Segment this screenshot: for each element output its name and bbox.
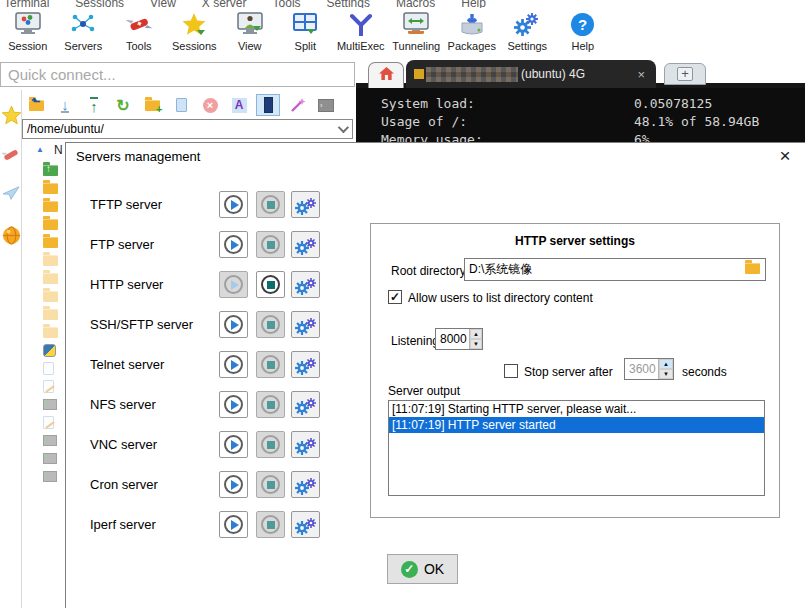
up-folder-icon[interactable]: ⬑ xyxy=(24,94,48,116)
tree-item-term-file[interactable] xyxy=(22,395,65,413)
stop-server-button[interactable] xyxy=(256,471,285,498)
start-server-button[interactable] xyxy=(219,231,248,258)
start-server-button[interactable] xyxy=(219,471,248,498)
server-settings-button[interactable] xyxy=(291,311,320,338)
toolbar-button-multiexec[interactable]: MultiExec xyxy=(333,9,389,59)
dialog-close-icon[interactable]: × xyxy=(772,144,798,168)
toolbar-button-help[interactable]: ?Help xyxy=(555,9,611,59)
start-server-button[interactable] xyxy=(219,311,248,338)
tree-item-term-file[interactable] xyxy=(22,431,65,449)
toolbar-button-servers[interactable]: Servers xyxy=(56,9,112,59)
spin-up-icon[interactable]: ▲ xyxy=(659,359,673,369)
tree-item-folder[interactable] xyxy=(22,197,65,215)
paper-plane-icon[interactable] xyxy=(0,176,22,210)
spin-down-icon[interactable]: ▼ xyxy=(470,339,482,349)
sftp-path-combobox[interactable]: /home/ubuntu/ xyxy=(22,119,353,139)
tree-item-folder-faded[interactable] xyxy=(22,251,65,269)
menu-item-settings[interactable]: Settings xyxy=(327,0,370,8)
toolbar-button-settings[interactable]: Settings xyxy=(500,9,556,59)
terminal-output[interactable]: System load:0.05078125Usage of /:48.1% o… xyxy=(356,88,805,142)
wand-icon[interactable] xyxy=(285,94,309,116)
new-file-icon[interactable] xyxy=(169,94,193,116)
toolbar-button-view[interactable]: View xyxy=(222,9,278,59)
tree-item-term-file[interactable] xyxy=(22,449,65,467)
tree-item-term-file[interactable] xyxy=(22,467,65,485)
refresh-icon[interactable]: ↻ xyxy=(111,94,135,116)
toolbar-button-tools[interactable]: Tools xyxy=(111,9,167,59)
stop-after-checkbox[interactable] xyxy=(504,364,518,378)
menu-item-help[interactable]: Help xyxy=(461,0,486,8)
menu-item-tools[interactable]: Tools xyxy=(273,0,301,8)
active-session-tab[interactable]: (ubuntu) 4G × xyxy=(406,60,656,88)
allow-listing-checkbox[interactable]: ✓ xyxy=(388,290,402,304)
menu-item-x-server[interactable]: X server xyxy=(202,0,247,8)
tree-item-folder[interactable] xyxy=(22,233,65,251)
root-directory-input[interactable] xyxy=(464,258,766,281)
start-server-button[interactable] xyxy=(219,191,248,218)
menu-item-macros[interactable]: Macros xyxy=(396,0,435,8)
rename-icon[interactable]: A xyxy=(227,94,251,116)
ok-button[interactable]: ✓ OK xyxy=(387,554,458,584)
spin-down-icon[interactable]: ▼ xyxy=(659,369,673,379)
start-server-button[interactable] xyxy=(219,391,248,418)
tree-item-folder[interactable] xyxy=(22,179,65,197)
stop-server-button[interactable] xyxy=(256,431,285,458)
home-tab[interactable] xyxy=(368,62,404,88)
tab-close-icon[interactable]: × xyxy=(634,67,648,82)
terminal-box-icon[interactable]: › xyxy=(314,94,338,116)
server-output-line[interactable]: [11:07:19] HTTP server started xyxy=(389,417,764,433)
tree-header[interactable]: ▲ N xyxy=(22,141,65,161)
start-server-button[interactable] xyxy=(219,511,248,538)
menu-item-terminal[interactable]: Terminal xyxy=(4,0,49,8)
server-settings-button[interactable] xyxy=(291,431,320,458)
tree-item-page-edit[interactable] xyxy=(22,413,65,431)
server-output-line[interactable]: [11:07:19] Starting HTTP server, please … xyxy=(389,401,764,417)
server-settings-button[interactable] xyxy=(291,231,320,258)
menu-item-sessions[interactable]: Sessions xyxy=(75,0,124,8)
menu-item-view[interactable]: View xyxy=(150,0,176,8)
tree-item-folder[interactable] xyxy=(22,215,65,233)
server-settings-button[interactable] xyxy=(291,351,320,378)
tree-item-folder-faded[interactable] xyxy=(22,305,65,323)
start-server-button[interactable] xyxy=(219,431,248,458)
spin-up-icon[interactable]: ▲ xyxy=(470,329,482,339)
tree-item-folder-faded[interactable] xyxy=(22,269,65,287)
server-settings-button[interactable] xyxy=(291,271,320,298)
tree-item-folder-faded[interactable] xyxy=(22,287,65,305)
upload-icon[interactable]: ↑ xyxy=(82,94,106,116)
toolbar-button-packages[interactable]: Packages xyxy=(444,9,500,59)
start-server-button[interactable] xyxy=(219,351,248,378)
stop-server-button[interactable] xyxy=(256,391,285,418)
server-settings-button[interactable] xyxy=(291,511,320,538)
tree-item-folder-faded[interactable] xyxy=(22,323,65,341)
panel-view-icon[interactable] xyxy=(256,94,280,116)
toolbar-button-split[interactable]: Split xyxy=(278,9,334,59)
server-settings-button[interactable] xyxy=(291,191,320,218)
listening-port-spinner[interactable]: 8000 ▲ ▼ xyxy=(435,328,483,350)
knife-icon[interactable] xyxy=(0,138,22,172)
start-server-button[interactable] xyxy=(219,271,248,298)
tree-item-python[interactable] xyxy=(22,341,65,359)
delete-icon[interactable]: × xyxy=(198,94,222,116)
toolbar-button-sessions[interactable]: Sessions xyxy=(167,9,223,59)
stop-server-button[interactable] xyxy=(256,191,285,218)
tree-item-page-edit[interactable] xyxy=(22,377,65,395)
new-folder-icon[interactable]: + xyxy=(140,94,164,116)
star-icon[interactable] xyxy=(0,98,22,132)
tree-item-page-faded[interactable] xyxy=(22,359,65,377)
quick-connect-input[interactable] xyxy=(0,62,355,87)
stop-after-spinner[interactable]: 3600 ▲ ▼ xyxy=(624,358,674,380)
server-settings-button[interactable] xyxy=(291,471,320,498)
stop-server-button[interactable] xyxy=(256,231,285,258)
server-settings-button[interactable] xyxy=(291,391,320,418)
server-output-listbox[interactable]: [11:07:19] Starting HTTP server, please … xyxy=(388,400,765,496)
stop-server-button[interactable] xyxy=(256,271,285,298)
stop-server-button[interactable] xyxy=(256,311,285,338)
toolbar-button-tunneling[interactable]: Tunneling xyxy=(389,9,445,59)
toolbar-button-session[interactable]: Session xyxy=(0,9,56,59)
browse-folder-icon[interactable] xyxy=(745,263,760,274)
globe-icon[interactable] xyxy=(0,218,22,252)
new-tab-button[interactable]: + xyxy=(664,63,706,85)
tree-item-up-folder[interactable]: ↑ xyxy=(22,161,65,179)
stop-server-button[interactable] xyxy=(256,511,285,538)
